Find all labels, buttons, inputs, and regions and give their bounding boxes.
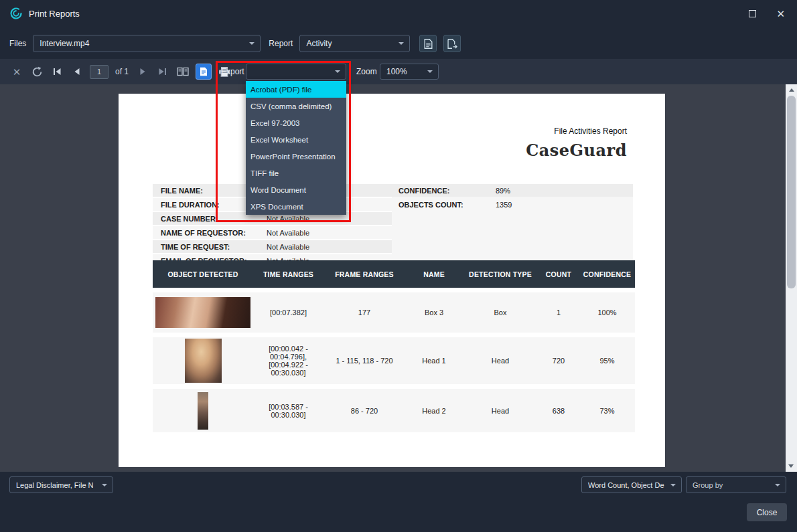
columns-dropdown[interactable]: Word Count, Object De (581, 476, 682, 493)
chevron-down-icon (102, 484, 107, 486)
export-label: Export (221, 59, 244, 84)
cancel-button[interactable]: ✕ (9, 64, 24, 80)
zoom-dropdown[interactable]: 100% (380, 64, 439, 80)
group-by-dropdown-value: Group by (693, 481, 723, 489)
single-page-view-icon (200, 67, 208, 76)
preview-scrollbar[interactable] (786, 84, 797, 472)
export-menu-item-csv[interactable]: CSV (comma delimited) (246, 98, 346, 114)
two-page-view-icon (177, 66, 189, 77)
report-label: Report (269, 39, 293, 48)
scroll-down-icon[interactable] (788, 464, 794, 468)
zoom-dropdown-value: 100% (386, 67, 407, 76)
detection-thumbnail (155, 297, 250, 328)
report-brand: CaseGuard (526, 141, 627, 160)
field-row: NAME OF REQUESTOR:Not Available (153, 226, 392, 239)
preview-toolbar: ✕ of 1 (0, 59, 797, 84)
document-icon (424, 39, 433, 49)
open-report-button[interactable] (443, 35, 461, 52)
export-menu-item-powerpoint[interactable]: PowerPoint Presentation (246, 148, 346, 165)
titlebar: Print Reports ✕ (0, 0, 797, 27)
report-preview-area: File Activities Report CaseGuard FILE NA… (0, 84, 797, 472)
export-menu: Acrobat (PDF) file CSV (comma delimited)… (246, 81, 346, 215)
close-button[interactable]: Close (747, 503, 787, 521)
export-menu-item-excel[interactable]: Excel Worksheet (246, 131, 346, 148)
scrollbar-thumb[interactable] (787, 96, 796, 288)
window-close-icon[interactable]: ✕ (776, 9, 785, 19)
files-dropdown[interactable]: Interview.mp4 (33, 35, 261, 52)
field-row: CONFIDENCE:89% (392, 184, 633, 197)
last-page-button[interactable] (155, 64, 170, 80)
chevron-down-icon (670, 484, 676, 486)
report-dropdown-value: Activity (306, 39, 332, 48)
file-report-row: Files Interview.mp4 Report Activity (0, 33, 797, 54)
chevron-down-icon (249, 42, 255, 45)
files-dropdown-value: Interview.mp4 (40, 39, 89, 48)
chevron-down-icon (775, 484, 780, 486)
maximize-icon[interactable] (749, 10, 756, 17)
chevron-down-icon (427, 70, 433, 73)
chevron-down-icon (335, 70, 340, 73)
next-page-button[interactable] (135, 64, 150, 80)
previous-page-icon (72, 66, 82, 77)
table-row: [00:03.587 - 00:30.030] 86 - 720 Head 2 … (153, 389, 635, 432)
export-menu-item-word[interactable]: Word Document (246, 181, 346, 198)
zoom-label: Zoom (356, 59, 377, 84)
report-sections-dropdown-value: Legal Disclaimer, File N (16, 481, 94, 489)
export-menu-item-pdf[interactable]: Acrobat (PDF) file (246, 81, 346, 98)
previous-page-button[interactable] (70, 64, 84, 80)
first-page-icon (52, 66, 62, 77)
export-menu-item-tiff[interactable]: TIFF file (246, 165, 346, 181)
detection-thumbnail (185, 339, 222, 383)
report-sections-dropdown[interactable]: Legal Disclaimer, File N (9, 476, 113, 493)
next-page-icon (137, 66, 148, 77)
detection-thumbnail (198, 392, 208, 430)
page-count-label: of 1 (115, 67, 129, 76)
table-row: [00:00.042 - 00:04.796], [00:04.922 - 00… (153, 337, 635, 384)
report-page: File Activities Report CaseGuard FILE NA… (119, 94, 665, 467)
page-number-input[interactable] (90, 65, 108, 79)
first-page-button[interactable] (50, 64, 64, 80)
print-reports-window: Print Reports ✕ Files Interview.mp4 Repo… (0, 0, 797, 532)
new-report-button[interactable] (419, 35, 437, 52)
chevron-down-icon (398, 42, 404, 45)
refresh-button[interactable] (29, 64, 44, 80)
table-row: [00:07.382] 177 Box 3 Box 1 100% (153, 292, 635, 333)
export-dropdown[interactable] (246, 64, 346, 80)
field-row: TIME OF REQUEST:Not Available (153, 240, 392, 253)
scroll-up-icon[interactable] (789, 88, 794, 92)
app-logo-icon (9, 7, 23, 20)
refresh-icon (31, 66, 43, 78)
report-subtitle: File Activities Report (554, 126, 627, 136)
window-title: Print Reports (29, 9, 80, 19)
export-menu-item-excel-97[interactable]: Excel 97-2003 (246, 114, 346, 131)
files-label: Files (9, 39, 26, 48)
report-dropdown[interactable]: Activity (299, 35, 410, 52)
single-page-view-button[interactable] (196, 64, 212, 80)
document-export-icon (447, 39, 457, 49)
last-page-icon (157, 66, 168, 77)
two-page-view-button[interactable] (175, 64, 190, 80)
report-fields: FILE NAME: FILE DURATION: CASE NUMBER:No… (153, 184, 633, 268)
detections-table: OBJECT DETECTED TIME RANGES FRAME RANGES… (153, 260, 635, 432)
columns-dropdown-value: Word Count, Object De (588, 481, 664, 489)
export-menu-item-xps[interactable]: XPS Document (246, 198, 346, 215)
table-header-row: OBJECT DETECTED TIME RANGES FRAME RANGES… (153, 260, 635, 288)
group-by-dropdown[interactable]: Group by (686, 476, 786, 493)
close-icon: ✕ (13, 67, 21, 77)
field-row: OBJECTS COUNT:1359 (392, 198, 633, 211)
